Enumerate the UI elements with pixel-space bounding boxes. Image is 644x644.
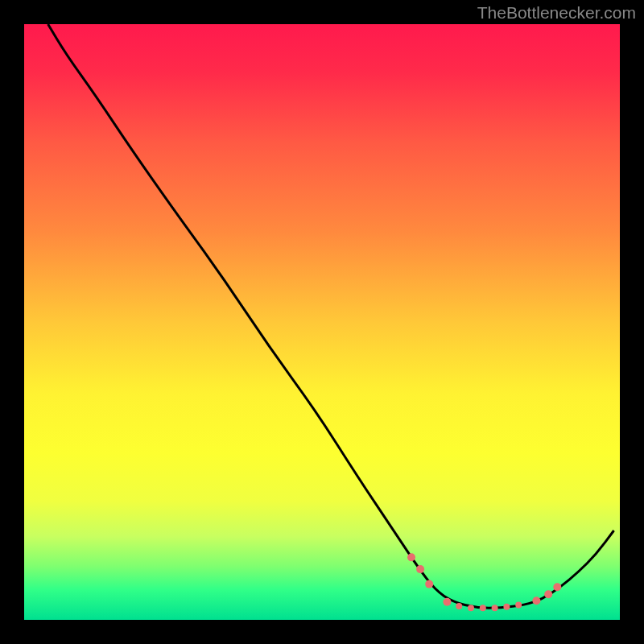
attribution-label: TheBottlenecker.com <box>477 3 636 23</box>
gradient-background <box>24 24 620 620</box>
svg-rect-0 <box>24 24 620 620</box>
chart-area <box>24 24 620 620</box>
